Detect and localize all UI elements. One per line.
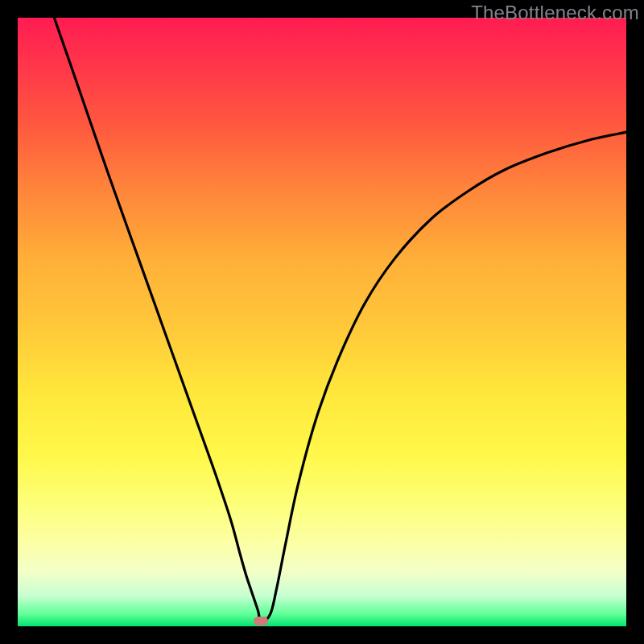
bottleneck-marker bbox=[254, 617, 268, 625]
watermark-text: TheBottleneck.com bbox=[471, 2, 639, 24]
bottleneck-curve bbox=[18, 18, 626, 626]
plot-frame bbox=[18, 18, 626, 626]
